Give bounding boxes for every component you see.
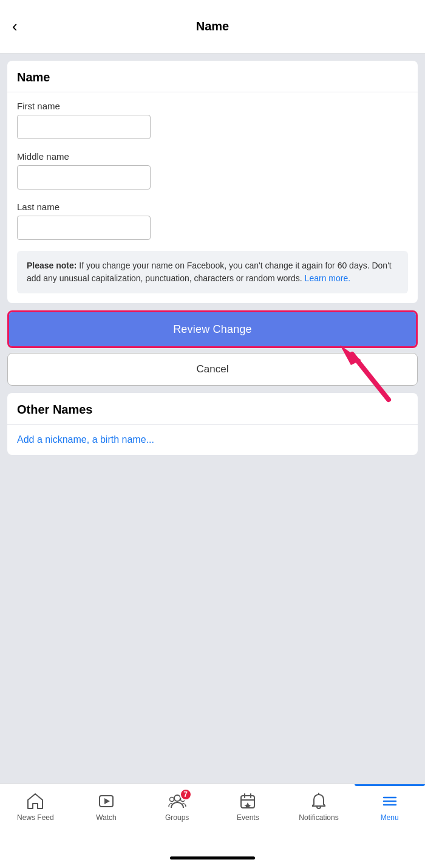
note-bold: Please note:: [27, 261, 76, 270]
nav-item-watch[interactable]: Watch: [71, 789, 142, 824]
header: ‹ Name: [0, 0, 425, 53]
last-name-group: Last name: [7, 193, 418, 244]
groups-icon: 7: [168, 791, 187, 811]
nav-label-notifications: Notifications: [299, 813, 338, 822]
name-card: Name First name Middle name Last name Pl…: [7, 61, 418, 303]
svg-point-4: [174, 795, 180, 801]
first-name-group: First name: [7, 92, 418, 143]
cancel-btn-wrapper: Cancel: [7, 353, 418, 386]
middle-name-group: Middle name: [7, 143, 418, 193]
last-name-input[interactable]: [17, 216, 151, 240]
middle-name-input[interactable]: [17, 165, 151, 190]
home-indicator: [0, 847, 425, 868]
svg-marker-3: [104, 798, 110, 804]
cancel-button[interactable]: Cancel: [7, 353, 418, 386]
nav-item-notifications[interactable]: Notifications: [284, 789, 355, 824]
svg-point-5: [169, 798, 174, 802]
nav-item-menu[interactable]: Menu: [354, 789, 425, 824]
main-content: Name First name Middle name Last name Pl…: [0, 53, 425, 784]
nav-label-menu: Menu: [381, 813, 399, 822]
middle-name-label: Middle name: [17, 151, 408, 162]
page-title: Name: [196, 19, 229, 33]
gray-spacer: [0, 462, 425, 776]
nav-label-watch: Watch: [96, 813, 117, 822]
home-icon: [25, 791, 45, 811]
nav-item-groups[interactable]: 7 Groups: [141, 789, 212, 824]
first-name-input[interactable]: [17, 115, 151, 139]
menu-icon: [380, 791, 399, 811]
watch-icon: [97, 791, 116, 811]
groups-badge: 7: [180, 788, 192, 801]
home-bar: [170, 856, 255, 859]
menu-active-indicator: [355, 784, 425, 786]
review-change-button[interactable]: Review Change: [9, 312, 416, 346]
back-button[interactable]: ‹: [12, 17, 18, 36]
other-names-title: Other Names: [7, 393, 418, 425]
nav-item-news-feed[interactable]: News Feed: [0, 789, 71, 824]
nav-label-news-feed: News Feed: [17, 813, 54, 822]
review-btn-highlight: Review Change: [7, 310, 418, 348]
add-other-name-link[interactable]: Add a nickname, a birth name...: [7, 425, 418, 455]
events-icon: [238, 791, 257, 811]
last-name-label: Last name: [17, 202, 408, 212]
first-name-label: First name: [17, 101, 408, 111]
nav-label-events: Events: [237, 813, 259, 822]
learn-more-link[interactable]: Learn more.: [305, 273, 350, 283]
nav-item-events[interactable]: Events: [212, 789, 284, 824]
name-card-title: Name: [7, 61, 418, 92]
nav-label-groups: Groups: [165, 813, 189, 822]
note-box: Please note: If you change your name on …: [17, 251, 408, 293]
bell-icon: [309, 791, 328, 811]
bottom-nav: News Feed Watch 7 Groups: [0, 784, 425, 847]
other-names-card: Other Names Add a nickname, a birth name…: [7, 393, 418, 455]
